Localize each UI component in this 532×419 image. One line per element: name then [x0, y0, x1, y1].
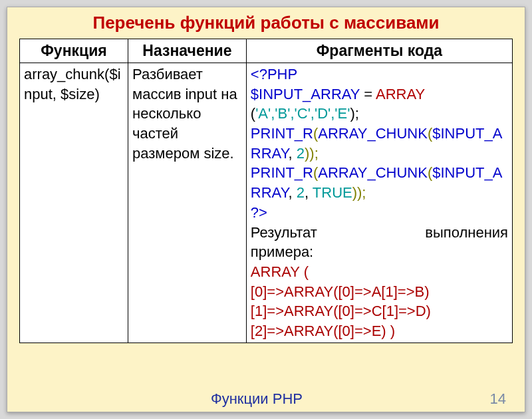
code-token: 'A','B','C','D','E' — [255, 105, 350, 122]
code-token: ); — [350, 105, 358, 122]
col-header-code: Фрагменты кода — [246, 39, 512, 63]
code-token: , — [289, 145, 297, 162]
page-number: 14 — [490, 390, 506, 408]
result-line: [2]=>ARRAY([0]=>E) ) — [251, 323, 395, 339]
code-token: ARRAY_CHUNK — [318, 125, 428, 142]
php-open: <?PHP — [251, 66, 297, 82]
code-token: 2 — [297, 145, 305, 162]
cell-purpose: Разбивает массив input на несколько част… — [128, 63, 247, 343]
code-token: , — [289, 184, 297, 201]
cell-function: array_chunk($input, $size) — [20, 63, 128, 343]
result-line: [1]=>ARRAY([0]=>C[1]=>D) — [251, 303, 431, 319]
code-token: )); — [352, 184, 366, 201]
footer-text: Функции PHP — [211, 390, 303, 408]
code-token: = — [360, 86, 376, 102]
code-token: ARRAY — [376, 86, 425, 102]
col-header-function: Функция — [20, 39, 128, 63]
code-token: ARRAY_CHUNK — [318, 164, 428, 181]
code-token: TRUE — [313, 184, 352, 201]
result-line: [0]=>ARRAY([0]=>A[1]=>B) — [251, 283, 430, 300]
result-label-part: выполнения — [425, 223, 508, 243]
code-token: PRINT_R — [251, 125, 313, 142]
code-token: , — [305, 184, 313, 201]
code-token: PRINT_R — [251, 164, 313, 181]
col-header-purpose: Назначение — [128, 39, 247, 63]
code-token: 2 — [297, 184, 305, 201]
code-token: )); — [305, 145, 319, 162]
slide-footer: Функции PHP 14 — [7, 390, 525, 408]
cell-code: <?PHP $INPUT_ARRAY = ARRAY ('A','B','C',… — [246, 63, 512, 343]
result-label-part: примера: — [251, 243, 313, 260]
slide-title: Перечень функций работы с массивами — [19, 13, 513, 33]
code-token: $INPUT_ARRAY — [251, 86, 360, 102]
slide: Перечень функций работы с массивами Функ… — [7, 7, 525, 412]
functions-table: Функция Назначение Фрагменты кода array_… — [19, 39, 513, 343]
result-line: ARRAY ( — [251, 263, 309, 280]
code-block: <?PHP $INPUT_ARRAY = ARRAY ('A','B','C',… — [251, 65, 508, 341]
result-label: Результат выполнения — [251, 223, 508, 243]
result-label-part: Результат — [251, 223, 317, 243]
table-row: array_chunk($input, $size) Разбивает мас… — [20, 63, 513, 343]
php-close: ?> — [251, 204, 267, 221]
table-header-row: Функция Назначение Фрагменты кода — [20, 39, 513, 63]
